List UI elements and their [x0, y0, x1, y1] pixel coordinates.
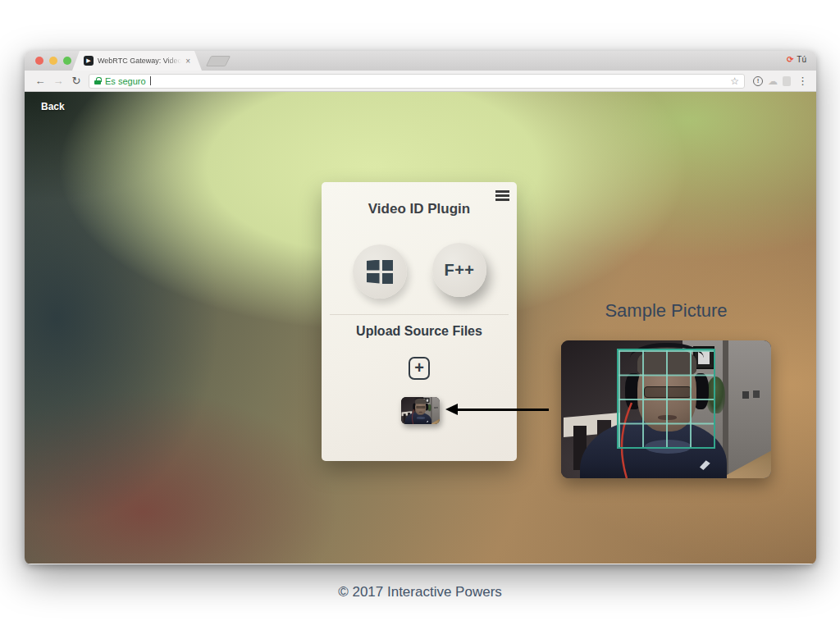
- sample-picture-label: Sample Picture: [561, 300, 771, 322]
- webcam-scene: [561, 340, 771, 478]
- tab-title: WebRTC Gateway: Video Roo: [98, 57, 181, 65]
- reload-icon[interactable]: ↻: [67, 75, 85, 87]
- fpp-source-button[interactable]: F++: [432, 243, 486, 297]
- uploaded-thumbnail-image: [401, 397, 440, 424]
- page-content: Back Video ID Plugin F++ Upload Source F…: [25, 92, 816, 564]
- tab-close-icon[interactable]: ×: [185, 57, 190, 66]
- bookmark-star-icon[interactable]: ☆: [730, 75, 739, 87]
- arrow-line: [457, 409, 549, 411]
- upload-heading: Upload Source Files: [322, 324, 517, 339]
- video-id-plugin-card: Video ID Plugin F++ Upload Source Files …: [322, 182, 517, 461]
- zoom-window-button[interactable]: [63, 57, 71, 65]
- windows-logo-icon: [367, 260, 394, 284]
- card-title: Video ID Plugin: [322, 201, 517, 217]
- traffic-lights: [35, 57, 71, 65]
- page-extension-icon[interactable]: [783, 76, 791, 86]
- navigation-bar: ← → ↻ Es seguro ☆ ! ☁ ⋮: [25, 71, 816, 92]
- back-nav-icon[interactable]: ←: [31, 75, 49, 87]
- vignette: [401, 397, 440, 424]
- windows-source-button[interactable]: [353, 244, 407, 299]
- active-tab[interactable]: ▶ WebRTC Gateway: Video Roo ×: [72, 51, 202, 71]
- face-detection-grid: [617, 349, 715, 449]
- extension-icons: ! ☁ ⋮: [753, 75, 808, 87]
- arrow-head-icon: [445, 404, 458, 415]
- new-tab-button[interactable]: [206, 56, 231, 66]
- forward-nav-icon: →: [49, 75, 67, 87]
- tab-bar: ▶ WebRTC Gateway: Video Roo × ⟳ Tú: [25, 51, 816, 71]
- uploaded-thumbnail[interactable]: [401, 397, 440, 424]
- profile-area[interactable]: ⟳ Tú: [787, 55, 806, 64]
- secure-lock-icon: [94, 77, 101, 84]
- add-file-button[interactable]: +: [409, 357, 430, 380]
- close-window-button[interactable]: [35, 57, 43, 65]
- profile-name: Tú: [797, 55, 806, 64]
- security-label: Es seguro: [105, 76, 146, 86]
- chrome-menu-icon[interactable]: ⋮: [797, 75, 808, 87]
- fpp-label: F++: [444, 261, 474, 280]
- text-caret: [150, 76, 151, 85]
- minimize-window-button[interactable]: [49, 57, 57, 65]
- sample-picture: [561, 340, 771, 478]
- back-button[interactable]: Back: [41, 101, 65, 112]
- sync-paused-icon: ⟳: [787, 55, 793, 64]
- site-favicon-icon: ▶: [84, 56, 94, 66]
- browser-window: ▶ WebRTC Gateway: Video Roo × ⟳ Tú ← → ↻…: [25, 51, 816, 564]
- card-divider: [330, 314, 509, 315]
- cloud-extension-icon[interactable]: ☁: [768, 75, 778, 87]
- info-extension-icon[interactable]: !: [753, 76, 763, 86]
- slide-footer: © 2017 Interactive Powers: [0, 584, 840, 600]
- address-bar[interactable]: Es seguro ☆: [89, 74, 745, 89]
